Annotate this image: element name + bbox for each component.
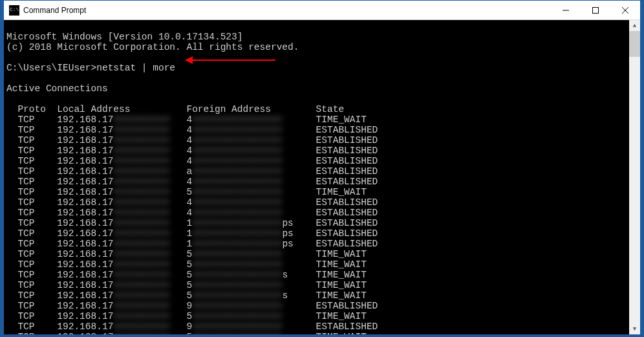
terminal-output[interactable]: Microsoft Windows [Version 10.0.17134.52… [4, 20, 640, 334]
table-row: TCP 192.168.17########## 4##############… [6, 114, 367, 125]
command-text: netstat | more [96, 63, 175, 73]
table-row: TCP 192.168.17########## 5##############… [6, 187, 367, 197]
table-row: TCP 192.168.17########## 1##############… [6, 228, 378, 239]
table-row: TCP 192.168.17########## 5##############… [6, 280, 367, 290]
close-button[interactable] [610, 1, 640, 19]
version-line: Microsoft Windows [Version 10.0.17134.52… [6, 32, 242, 42]
table-row: TCP 192.168.17########## 5##############… [6, 270, 367, 280]
command-prompt-window: Command Prompt Microsoft Windows [Versio… [3, 0, 641, 335]
table-row: TCP 192.168.17########## 4##############… [6, 156, 378, 166]
table-header: Proto Local Address Foreign Address Stat… [6, 104, 344, 114]
table-row: TCP 192.168.17########## 1##############… [6, 239, 378, 249]
minimize-button[interactable] [551, 1, 581, 19]
table-row: TCP 192.168.17########## 4##############… [6, 146, 378, 156]
table-row: TCP 192.168.17########## 5##############… [6, 259, 367, 270]
table-row: TCP 192.168.17########## 9##############… [6, 321, 378, 332]
svg-rect-1 [593, 7, 599, 13]
cmd-icon [9, 5, 19, 16]
table-row: TCP 192.168.17########## 4##############… [6, 177, 378, 187]
maximize-button[interactable] [581, 1, 610, 19]
window-controls [551, 1, 640, 19]
table-row: TCP 192.168.17########## 5##############… [6, 249, 367, 259]
annotation-arrow [185, 56, 275, 64]
window-title: Command Prompt [23, 6, 551, 15]
vertical-scrollbar[interactable]: ▲ ▼ [629, 20, 640, 334]
table-row: TCP 192.168.17########## 4##############… [6, 125, 378, 135]
copyright-line: (c) 2018 Microsoft Corporation. All righ… [6, 42, 299, 52]
table-row: TCP 192.168.17########## 5##############… [6, 332, 367, 334]
table-row: TCP 192.168.17########## 9##############… [6, 301, 378, 311]
table-row: TCP 192.168.17########## 5##############… [6, 311, 367, 321]
table-row: TCP 192.168.17########## 4##############… [6, 135, 378, 146]
scroll-up-button[interactable]: ▲ [629, 20, 640, 31]
scroll-thumb[interactable] [629, 31, 640, 57]
table-row: TCP 192.168.17########## 1##############… [6, 218, 378, 228]
table-row: TCP 192.168.17########## 5##############… [6, 290, 367, 301]
section-title: Active Connections [6, 83, 108, 94]
table-row: TCP 192.168.17########## a##############… [6, 166, 378, 177]
prompt-path: C:\Users\IEUser> [6, 63, 96, 73]
scroll-down-button[interactable]: ▼ [629, 323, 640, 334]
table-row: TCP 192.168.17########## 4##############… [6, 197, 378, 208]
table-row: TCP 192.168.17########## 4##############… [6, 208, 378, 218]
titlebar[interactable]: Command Prompt [4, 1, 640, 20]
